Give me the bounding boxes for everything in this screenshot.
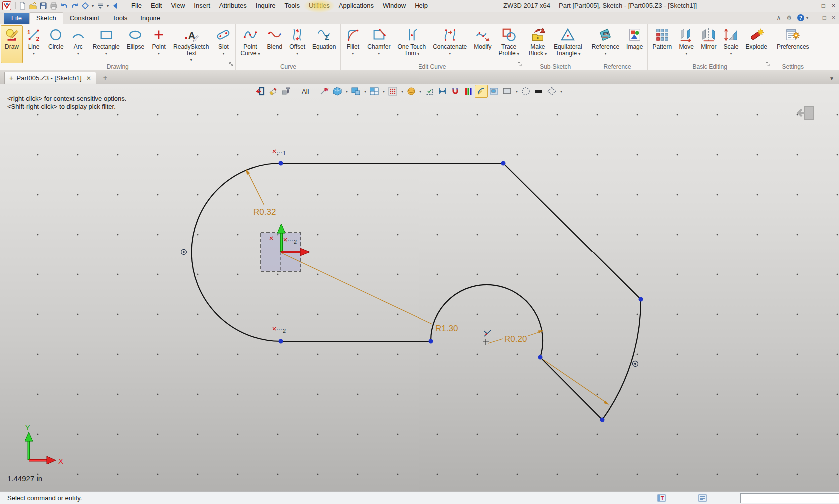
dropdown-arrow-icon[interactable]: ▾ — [545, 52, 547, 56]
menu-tools[interactable]: Tools — [280, 0, 304, 12]
profile-curves[interactable] — [192, 163, 641, 420]
dialog-launcher-icon[interactable] — [765, 60, 770, 69]
ribbon-button-concatenate[interactable]: Concatenate▾ — [429, 25, 470, 63]
sketch-arc-icon[interactable] — [475, 85, 488, 98]
dropdown-arrow-icon[interactable]: ▾ — [449, 51, 451, 56]
view-cube-icon[interactable] — [331, 85, 344, 98]
ribbon-button-one-touch-trim[interactable]: One TouchTrim▾ — [394, 25, 429, 63]
dotted-circle-icon[interactable] — [519, 85, 532, 98]
black-bar-icon[interactable] — [532, 85, 545, 98]
display-mode-dropdown-icon[interactable]: ▾ — [514, 89, 519, 94]
dialog-toggle-icon[interactable]: T — [657, 494, 666, 503]
sub-window-icon[interactable] — [488, 85, 501, 98]
point-grid-dropdown-icon[interactable]: ▾ — [399, 89, 405, 94]
ribbon-button-point[interactable]: Point▾ — [148, 25, 170, 63]
dropdown-arrow-icon[interactable]: ▾ — [378, 51, 380, 56]
regen-icon[interactable] — [81, 1, 90, 10]
ribbon-button-equilateral-triangle[interactable]: EquilateralTriangle▾ — [550, 25, 586, 63]
eraser-icon[interactable] — [267, 85, 280, 98]
pick-box-icon[interactable] — [423, 85, 436, 98]
ribbon-button-mirror[interactable]: Mirror — [697, 25, 720, 63]
dimension-labels[interactable]: R0.32 R1.30 R0.20 — [253, 207, 527, 344]
ribbon-button-arc[interactable]: Arc▾ — [67, 25, 89, 63]
menu-view[interactable]: View — [166, 0, 189, 12]
dropdown-arrow-icon[interactable]: ▾ — [517, 52, 519, 56]
output-toggle-icon[interactable] — [698, 494, 707, 503]
menu-edit[interactable]: Edit — [146, 0, 166, 12]
dropdown-arrow-icon[interactable]: ▾ — [730, 51, 732, 56]
ribbon-button-preferences[interactable]: Preferences — [773, 25, 813, 63]
ribbon-button-line[interactable]: 12Line▾ — [23, 25, 45, 63]
dropdown-arrow-icon[interactable]: ▾ — [685, 51, 687, 56]
point-marker-2[interactable]: 2 — [273, 327, 286, 334]
filter-list-dropdown-icon[interactable]: ▾ — [107, 4, 109, 8]
minimize-document-icon[interactable]: – — [814, 14, 817, 21]
redo-icon[interactable] — [70, 1, 79, 10]
shaded-display-icon[interactable] — [349, 85, 362, 98]
ribbon-button-explode[interactable]: Explode — [742, 25, 771, 63]
ribbon-button-reference[interactable]: REFReference▾ — [588, 25, 623, 63]
menu-insert[interactable]: Insert — [189, 0, 215, 12]
settings-gear-icon[interactable]: ⚙ — [786, 14, 792, 21]
undo-icon[interactable] — [60, 1, 69, 10]
menu-inquire[interactable]: Inquire — [251, 0, 280, 12]
dropdown-arrow-icon[interactable]: ▾ — [190, 58, 192, 62]
ribbon-button-scale[interactable]: Scale▾ — [720, 25, 742, 63]
dashed-diamond-dropdown-icon[interactable]: ▾ — [558, 89, 564, 94]
ribbon-button-chamfer[interactable]: Chamfer▾ — [364, 25, 394, 63]
point-marker-1[interactable]: 1 — [273, 150, 286, 156]
new-file-icon[interactable] — [18, 1, 27, 10]
minimize-window-icon[interactable]: – — [812, 2, 815, 9]
ribbon-button-offset[interactable]: Offset▾ — [286, 25, 309, 63]
ribbon-button-draw[interactable]: Draw — [1, 25, 23, 63]
help-dropdown-icon[interactable]: ▾ — [806, 16, 808, 20]
filter-list-icon[interactable] — [96, 1, 105, 10]
sphere-display-dropdown-icon[interactable]: ▾ — [418, 89, 423, 94]
display-mode-icon[interactable] — [501, 85, 514, 98]
menu-help[interactable]: Help — [410, 0, 432, 12]
exit-sketch-watermark-icon[interactable] — [797, 106, 813, 119]
color-bars-icon[interactable] — [462, 85, 475, 98]
ribbon-button-trace-profile[interactable]: TraceProfile▾ — [495, 25, 523, 63]
block-point-markers[interactable]: 2 — [270, 237, 297, 245]
ribbon-button-image[interactable]: Image — [623, 25, 646, 63]
dropdown-arrow-icon[interactable]: ▾ — [77, 51, 79, 56]
viewport-layout-icon[interactable] — [368, 85, 381, 98]
dashed-diamond-icon[interactable] — [545, 85, 558, 98]
ribbon-button-blend[interactable]: Blend — [263, 25, 286, 63]
ribbon-button-make-block[interactable]: xMakeBlock▾ — [525, 25, 550, 63]
help-icon[interactable]: ? — [797, 14, 804, 21]
shaded-display-dropdown-icon[interactable]: ▾ — [362, 89, 368, 94]
xy-plane-icon[interactable]: XY — [318, 85, 331, 98]
dropdown-arrow-icon[interactable]: ▾ — [33, 51, 35, 56]
exit-sketch-icon[interactable] — [254, 85, 267, 98]
regen-dropdown-icon[interactable]: ▾ — [92, 4, 94, 8]
ribbon-button-ellipse[interactable]: Ellipse — [123, 25, 148, 63]
point-grid-icon[interactable] — [386, 85, 399, 98]
pick-filter-icon[interactable] — [280, 85, 293, 98]
ribbon-tab-sketch[interactable]: Sketch — [29, 12, 63, 24]
sphere-display-icon[interactable] — [405, 85, 418, 98]
dialog-launcher-icon[interactable] — [517, 60, 522, 69]
open-file-icon[interactable] — [28, 1, 37, 10]
endpoint-markers[interactable] — [279, 161, 643, 422]
filter-scope-dropdown[interactable]: All — [302, 88, 309, 95]
ribbon-button-readysketch-text[interactable]: AReadySketchText▾ — [170, 25, 212, 63]
magnet-snap-icon[interactable] — [449, 85, 462, 98]
dropdown-arrow-icon[interactable]: ▾ — [352, 51, 354, 56]
dimension-leaders[interactable] — [247, 170, 607, 403]
dropdown-arrow-icon[interactable]: ▾ — [258, 52, 260, 56]
document-tab-active[interactable]: + Part005.Z3 - [Sketch1] ✕ — [4, 72, 96, 84]
view-cube-dropdown-icon[interactable]: ▾ — [344, 89, 349, 94]
dropdown-arrow-icon[interactable]: ▾ — [578, 52, 580, 56]
ribbon-button-modify[interactable]: Modify — [470, 25, 495, 63]
ribbon-button-equation[interactable]: ΣEquation — [309, 25, 339, 63]
ribbon-button-point-curve[interactable]: PointCurve▾ — [237, 25, 263, 63]
close-window-icon[interactable]: × — [832, 2, 835, 9]
tab-close-icon[interactable]: ✕ — [86, 75, 91, 82]
ribbon-button-slot[interactable]: Slot▾ — [212, 25, 234, 63]
dropdown-arrow-icon[interactable]: ▾ — [222, 51, 224, 56]
save-file-icon[interactable] — [39, 1, 48, 10]
ribbon-button-move[interactable]: Move▾ — [675, 25, 697, 63]
restore-window-icon[interactable]: □ — [822, 2, 825, 9]
